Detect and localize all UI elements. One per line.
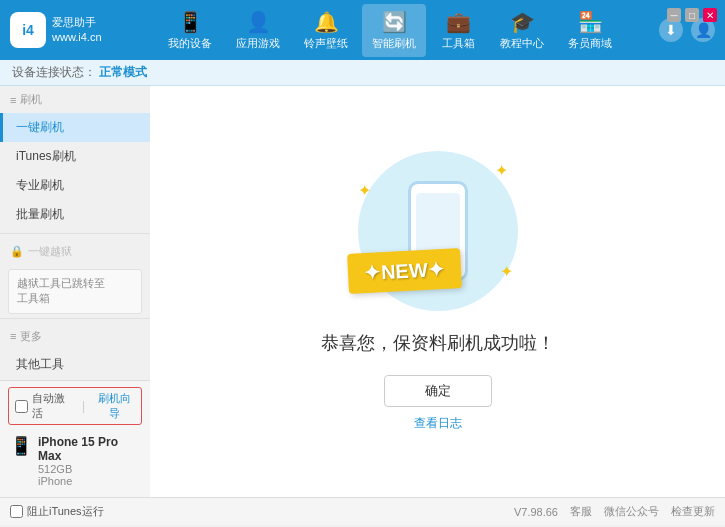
flash-group-icon: ≡ xyxy=(10,94,16,106)
itunes-checkbox-label[interactable]: 阻止iTunes运行 xyxy=(10,504,104,519)
check-update-link[interactable]: 检查更新 xyxy=(671,504,715,519)
sidebar-scroll: ≡ 刷机 一键刷机 iTunes刷机 专业刷机 批量刷机 xyxy=(0,86,150,380)
phone-circle: ✦ ✦ ✦ ✦NEW✦ xyxy=(358,151,518,311)
device-type: iPhone xyxy=(38,475,140,487)
logo-text: 爱思助手 www.i4.cn xyxy=(52,15,102,46)
auto-activate-row: 自动激活 | 刷机向导 xyxy=(8,387,142,425)
toolbox-nav-icon: 💼 xyxy=(446,10,471,34)
sidebar-divider-1 xyxy=(0,233,150,234)
sidebar-item-other-tools[interactable]: 其他工具 xyxy=(0,350,150,379)
confirm-button[interactable]: 确定 xyxy=(384,375,492,407)
store-nav-icon: 🏪 xyxy=(578,10,603,34)
bottom-left: 阻止iTunes运行 xyxy=(10,504,104,519)
sidebar-group-flash-header: ≡ 刷机 xyxy=(0,86,150,113)
phone-illustration: ✦ ✦ ✦ ✦NEW✦ xyxy=(358,151,518,311)
success-message: 恭喜您，保资料刷机成功啦！ xyxy=(321,331,555,355)
sidebar-item-pro-flash[interactable]: 专业刷机 xyxy=(0,171,150,200)
maximize-button[interactable]: □ xyxy=(685,8,699,22)
nav-item-my-device[interactable]: 📱 我的设备 xyxy=(158,4,222,57)
nav-item-toolbox[interactable]: 💼 工具箱 xyxy=(430,4,486,57)
device-info: 📱 iPhone 15 Pro Max 512GB iPhone xyxy=(8,431,142,491)
header: i4 爱思助手 www.i4.cn 📱 我的设备 👤 应用游戏 🔔 铃声壁纸 🔄 xyxy=(0,0,725,60)
lock-icon: 🔒 xyxy=(10,245,24,258)
device-storage: 512GB xyxy=(38,463,140,475)
itunes-checkbox[interactable] xyxy=(10,505,23,518)
sidebar-item-one-key-flash[interactable]: 一键刷机 xyxy=(0,113,150,142)
tutorial-nav-icon: 🎓 xyxy=(510,10,535,34)
guide-button[interactable]: 刷机向导 xyxy=(93,391,135,421)
sidebar-section-jailbreak: 🔒 一键越狱 越狱工具已跳转至工具箱 xyxy=(0,238,150,314)
sidebar-group-more-header: ≡ 更多 xyxy=(0,323,150,350)
logo: i4 爱思助手 www.i4.cn xyxy=(10,12,102,48)
device-details: iPhone 15 Pro Max 512GB iPhone xyxy=(38,435,140,487)
version-label: V7.98.66 xyxy=(514,506,558,518)
nav-item-apps[interactable]: 👤 应用游戏 xyxy=(226,4,290,57)
device-name: iPhone 15 Pro Max xyxy=(38,435,140,463)
apps-nav-icon: 👤 xyxy=(246,10,271,34)
auto-activate-checkbox[interactable] xyxy=(15,400,28,413)
customer-service-link[interactable]: 客服 xyxy=(570,504,592,519)
sidebar-divider-2 xyxy=(0,318,150,319)
content-area: ✦ ✦ ✦ ✦NEW✦ 恭喜您，保资料刷机成功啦！ 确定 查看日志 xyxy=(150,86,725,497)
logo-icon: i4 xyxy=(10,12,46,48)
nav-item-tutorial[interactable]: 🎓 教程中心 xyxy=(490,4,554,57)
close-button[interactable]: ✕ xyxy=(703,8,717,22)
sidebar-group-jailbreak-header: 🔒 一键越狱 xyxy=(0,238,150,265)
phone-icon: 📱 xyxy=(10,435,32,457)
more-group-icon: ≡ xyxy=(10,330,16,342)
sidebar: ≡ 刷机 一键刷机 iTunes刷机 专业刷机 批量刷机 xyxy=(0,86,150,497)
device-panel: 自动激活 | 刷机向导 📱 iPhone 15 Pro Max 512GB iP… xyxy=(0,380,150,497)
nav-item-store[interactable]: 🏪 务员商域 xyxy=(558,4,622,57)
sidebar-item-itunes-flash[interactable]: iTunes刷机 xyxy=(0,142,150,171)
bottom-right: V7.98.66 客服 微信公众号 检查更新 xyxy=(514,504,715,519)
smart-flash-nav-icon: 🔄 xyxy=(382,10,407,34)
sidebar-section-more: ≡ 更多 其他工具 下载固件 高级功能 xyxy=(0,323,150,380)
sidebar-item-batch-flash[interactable]: 批量刷机 xyxy=(0,200,150,229)
sparkle-icon-2: ✦ xyxy=(358,181,371,200)
window-controls: ─ □ ✕ xyxy=(667,8,717,22)
jailbreak-notice: 越狱工具已跳转至工具箱 xyxy=(8,269,142,314)
bottom-bar: 阻止iTunes运行 V7.98.66 客服 微信公众号 检查更新 xyxy=(0,497,725,525)
nav-bar: 📱 我的设备 👤 应用游戏 🔔 铃声壁纸 🔄 智能刷机 💼 工具箱 🎓 xyxy=(122,4,659,57)
sparkle-icon-1: ✦ xyxy=(495,161,508,180)
minimize-button[interactable]: ─ xyxy=(667,8,681,22)
sparkle-icon-3: ✦ xyxy=(500,262,513,281)
wechat-link[interactable]: 微信公众号 xyxy=(604,504,659,519)
status-bar: 设备连接状态： 正常模式 xyxy=(0,60,725,86)
ringtone-nav-icon: 🔔 xyxy=(314,10,339,34)
nav-item-smart-flash[interactable]: 🔄 智能刷机 xyxy=(362,4,426,57)
sidebar-section-flash: ≡ 刷机 一键刷机 iTunes刷机 专业刷机 批量刷机 xyxy=(0,86,150,229)
device-nav-icon: 📱 xyxy=(178,10,203,34)
main-area: ≡ 刷机 一键刷机 iTunes刷机 专业刷机 批量刷机 xyxy=(0,86,725,497)
nav-item-ringtones[interactable]: 🔔 铃声壁纸 xyxy=(294,4,358,57)
log-link[interactable]: 查看日志 xyxy=(414,415,462,432)
new-badge: ✦NEW✦ xyxy=(347,248,462,294)
